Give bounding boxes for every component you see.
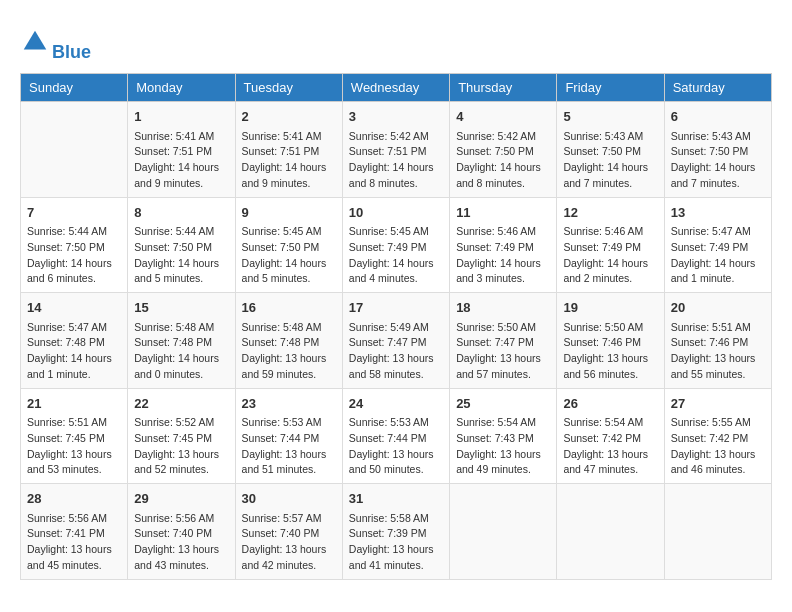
logo-text: Blue [52, 20, 91, 63]
day-number: 9 [242, 203, 336, 223]
cell-content: Sunrise: 5:51 AM Sunset: 7:45 PM Dayligh… [27, 415, 121, 478]
calendar-body: 1Sunrise: 5:41 AM Sunset: 7:51 PM Daylig… [21, 102, 772, 580]
calendar-cell: 6Sunrise: 5:43 AM Sunset: 7:50 PM Daylig… [664, 102, 771, 198]
calendar-cell: 3Sunrise: 5:42 AM Sunset: 7:51 PM Daylig… [342, 102, 449, 198]
calendar-cell: 4Sunrise: 5:42 AM Sunset: 7:50 PM Daylig… [450, 102, 557, 198]
cell-content: Sunrise: 5:46 AM Sunset: 7:49 PM Dayligh… [456, 224, 550, 287]
header-day-monday: Monday [128, 74, 235, 102]
cell-content: Sunrise: 5:56 AM Sunset: 7:41 PM Dayligh… [27, 511, 121, 574]
cell-content: Sunrise: 5:58 AM Sunset: 7:39 PM Dayligh… [349, 511, 443, 574]
day-number: 24 [349, 394, 443, 414]
cell-content: Sunrise: 5:53 AM Sunset: 7:44 PM Dayligh… [242, 415, 336, 478]
cell-content: Sunrise: 5:44 AM Sunset: 7:50 PM Dayligh… [134, 224, 228, 287]
day-number: 23 [242, 394, 336, 414]
cell-content: Sunrise: 5:53 AM Sunset: 7:44 PM Dayligh… [349, 415, 443, 478]
calendar-cell: 10Sunrise: 5:45 AM Sunset: 7:49 PM Dayli… [342, 197, 449, 293]
week-row-1: 1Sunrise: 5:41 AM Sunset: 7:51 PM Daylig… [21, 102, 772, 198]
cell-content: Sunrise: 5:41 AM Sunset: 7:51 PM Dayligh… [242, 129, 336, 192]
calendar-cell: 22Sunrise: 5:52 AM Sunset: 7:45 PM Dayli… [128, 388, 235, 484]
calendar-cell: 19Sunrise: 5:50 AM Sunset: 7:46 PM Dayli… [557, 293, 664, 389]
header-day-sunday: Sunday [21, 74, 128, 102]
day-number: 10 [349, 203, 443, 223]
cell-content: Sunrise: 5:47 AM Sunset: 7:48 PM Dayligh… [27, 320, 121, 383]
week-row-4: 21Sunrise: 5:51 AM Sunset: 7:45 PM Dayli… [21, 388, 772, 484]
day-number: 26 [563, 394, 657, 414]
day-number: 7 [27, 203, 121, 223]
calendar-cell: 18Sunrise: 5:50 AM Sunset: 7:47 PM Dayli… [450, 293, 557, 389]
day-number: 20 [671, 298, 765, 318]
calendar-cell: 29Sunrise: 5:56 AM Sunset: 7:40 PM Dayli… [128, 484, 235, 580]
cell-content: Sunrise: 5:44 AM Sunset: 7:50 PM Dayligh… [27, 224, 121, 287]
cell-content: Sunrise: 5:43 AM Sunset: 7:50 PM Dayligh… [671, 129, 765, 192]
calendar-cell: 27Sunrise: 5:55 AM Sunset: 7:42 PM Dayli… [664, 388, 771, 484]
header-day-thursday: Thursday [450, 74, 557, 102]
calendar-table: SundayMondayTuesdayWednesdayThursdayFrid… [20, 73, 772, 580]
calendar-cell: 12Sunrise: 5:46 AM Sunset: 7:49 PM Dayli… [557, 197, 664, 293]
cell-content: Sunrise: 5:56 AM Sunset: 7:40 PM Dayligh… [134, 511, 228, 574]
cell-content: Sunrise: 5:48 AM Sunset: 7:48 PM Dayligh… [134, 320, 228, 383]
calendar-cell: 21Sunrise: 5:51 AM Sunset: 7:45 PM Dayli… [21, 388, 128, 484]
header-day-wednesday: Wednesday [342, 74, 449, 102]
day-number: 30 [242, 489, 336, 509]
calendar-cell: 1Sunrise: 5:41 AM Sunset: 7:51 PM Daylig… [128, 102, 235, 198]
calendar-cell: 28Sunrise: 5:56 AM Sunset: 7:41 PM Dayli… [21, 484, 128, 580]
day-number: 27 [671, 394, 765, 414]
calendar-cell: 5Sunrise: 5:43 AM Sunset: 7:50 PM Daylig… [557, 102, 664, 198]
cell-content: Sunrise: 5:57 AM Sunset: 7:40 PM Dayligh… [242, 511, 336, 574]
calendar-cell: 14Sunrise: 5:47 AM Sunset: 7:48 PM Dayli… [21, 293, 128, 389]
day-number: 19 [563, 298, 657, 318]
day-number: 16 [242, 298, 336, 318]
calendar-cell: 30Sunrise: 5:57 AM Sunset: 7:40 PM Dayli… [235, 484, 342, 580]
day-number: 4 [456, 107, 550, 127]
calendar-header: SundayMondayTuesdayWednesdayThursdayFrid… [21, 74, 772, 102]
day-number: 18 [456, 298, 550, 318]
day-number: 21 [27, 394, 121, 414]
day-number: 6 [671, 107, 765, 127]
header-row: SundayMondayTuesdayWednesdayThursdayFrid… [21, 74, 772, 102]
day-number: 2 [242, 107, 336, 127]
calendar-cell: 7Sunrise: 5:44 AM Sunset: 7:50 PM Daylig… [21, 197, 128, 293]
day-number: 25 [456, 394, 550, 414]
day-number: 31 [349, 489, 443, 509]
cell-content: Sunrise: 5:52 AM Sunset: 7:45 PM Dayligh… [134, 415, 228, 478]
cell-content: Sunrise: 5:45 AM Sunset: 7:49 PM Dayligh… [349, 224, 443, 287]
day-number: 29 [134, 489, 228, 509]
calendar-cell [21, 102, 128, 198]
calendar-cell: 9Sunrise: 5:45 AM Sunset: 7:50 PM Daylig… [235, 197, 342, 293]
page-header: Blue [20, 20, 772, 63]
header-day-tuesday: Tuesday [235, 74, 342, 102]
day-number: 3 [349, 107, 443, 127]
calendar-cell: 16Sunrise: 5:48 AM Sunset: 7:48 PM Dayli… [235, 293, 342, 389]
cell-content: Sunrise: 5:45 AM Sunset: 7:50 PM Dayligh… [242, 224, 336, 287]
day-number: 28 [27, 489, 121, 509]
calendar-cell: 26Sunrise: 5:54 AM Sunset: 7:42 PM Dayli… [557, 388, 664, 484]
header-day-friday: Friday [557, 74, 664, 102]
logo-icon [20, 27, 50, 57]
calendar-cell: 17Sunrise: 5:49 AM Sunset: 7:47 PM Dayli… [342, 293, 449, 389]
cell-content: Sunrise: 5:41 AM Sunset: 7:51 PM Dayligh… [134, 129, 228, 192]
calendar-cell: 13Sunrise: 5:47 AM Sunset: 7:49 PM Dayli… [664, 197, 771, 293]
week-row-2: 7Sunrise: 5:44 AM Sunset: 7:50 PM Daylig… [21, 197, 772, 293]
week-row-5: 28Sunrise: 5:56 AM Sunset: 7:41 PM Dayli… [21, 484, 772, 580]
day-number: 13 [671, 203, 765, 223]
cell-content: Sunrise: 5:55 AM Sunset: 7:42 PM Dayligh… [671, 415, 765, 478]
calendar-cell [557, 484, 664, 580]
day-number: 8 [134, 203, 228, 223]
week-row-3: 14Sunrise: 5:47 AM Sunset: 7:48 PM Dayli… [21, 293, 772, 389]
cell-content: Sunrise: 5:48 AM Sunset: 7:48 PM Dayligh… [242, 320, 336, 383]
day-number: 14 [27, 298, 121, 318]
calendar-cell: 20Sunrise: 5:51 AM Sunset: 7:46 PM Dayli… [664, 293, 771, 389]
day-number: 22 [134, 394, 228, 414]
svg-marker-0 [24, 30, 47, 49]
cell-content: Sunrise: 5:50 AM Sunset: 7:47 PM Dayligh… [456, 320, 550, 383]
calendar-cell [664, 484, 771, 580]
day-number: 15 [134, 298, 228, 318]
calendar-cell [450, 484, 557, 580]
cell-content: Sunrise: 5:46 AM Sunset: 7:49 PM Dayligh… [563, 224, 657, 287]
cell-content: Sunrise: 5:43 AM Sunset: 7:50 PM Dayligh… [563, 129, 657, 192]
cell-content: Sunrise: 5:50 AM Sunset: 7:46 PM Dayligh… [563, 320, 657, 383]
calendar-cell: 11Sunrise: 5:46 AM Sunset: 7:49 PM Dayli… [450, 197, 557, 293]
calendar-cell: 2Sunrise: 5:41 AM Sunset: 7:51 PM Daylig… [235, 102, 342, 198]
calendar-cell: 31Sunrise: 5:58 AM Sunset: 7:39 PM Dayli… [342, 484, 449, 580]
cell-content: Sunrise: 5:49 AM Sunset: 7:47 PM Dayligh… [349, 320, 443, 383]
